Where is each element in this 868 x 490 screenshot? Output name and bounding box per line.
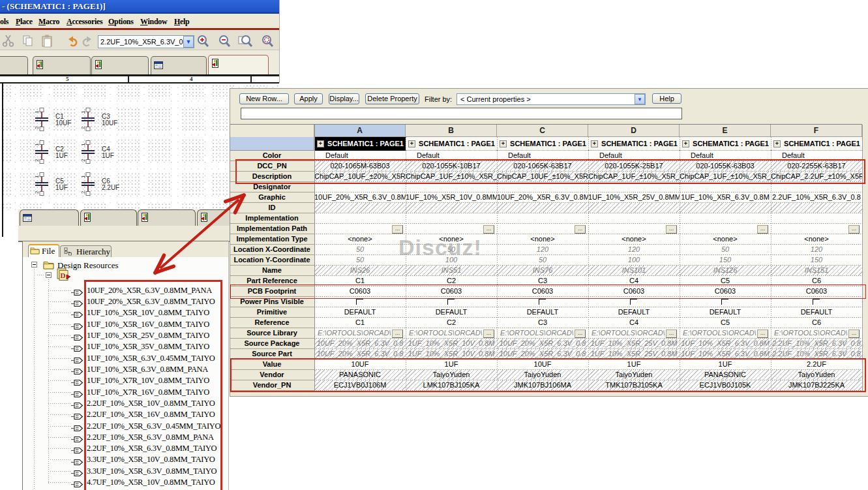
svg-text:1: 1	[80, 110, 86, 114]
svg-text:1UF: 1UF	[55, 152, 68, 159]
svg-text:2: 2	[34, 159, 40, 162]
svg-text:2.2UF: 2.2UF	[102, 184, 119, 191]
svg-text:2: 2	[80, 159, 86, 162]
svg-text:2: 2	[34, 126, 40, 129]
svg-text:1: 1	[80, 143, 86, 146]
svg-text:2: 2	[80, 191, 86, 194]
svg-text:2: 2	[34, 191, 40, 194]
svg-text:1: 1	[34, 143, 40, 146]
svg-text:1UF: 1UF	[55, 184, 68, 191]
svg-text:10UF: 10UF	[102, 119, 117, 127]
svg-text:1: 1	[80, 175, 86, 178]
svg-text:2: 2	[80, 126, 86, 129]
svg-text:1: 1	[34, 110, 40, 114]
svg-text:D: D	[61, 271, 66, 279]
svg-text:1UF: 1UF	[102, 152, 114, 159]
svg-text:10UF: 10UF	[55, 119, 71, 127]
svg-text:1: 1	[34, 175, 40, 178]
